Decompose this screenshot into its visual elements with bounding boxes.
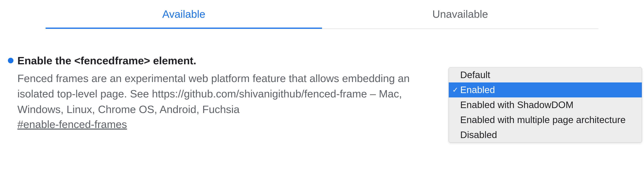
flag-dropdown-wrap: Default Enabled Enabled with ShadowDOM E… (448, 67, 642, 143)
flag-hash-link[interactable]: #enable-fenced-frames (17, 118, 127, 130)
dropdown-option-default[interactable]: Default (449, 67, 642, 82)
flag-description: Fenced frames are an experimental web pl… (17, 71, 430, 117)
flag-row: Enable the <fencedframe> element. Fenced… (8, 54, 636, 130)
modified-dot-icon (8, 58, 14, 63)
tab-available[interactable]: Available (46, 0, 322, 28)
tabs-bar: Available Unavailable (46, 0, 598, 29)
dropdown-option-disabled[interactable]: Disabled (449, 127, 642, 142)
flag-state-dropdown[interactable]: Default Enabled Enabled with ShadowDOM E… (448, 67, 642, 143)
tab-unavailable[interactable]: Unavailable (322, 0, 598, 28)
flag-title: Enable the <fencedframe> element. (17, 54, 196, 67)
dropdown-option-enabled-mpa[interactable]: Enabled with multiple page architecture (449, 112, 642, 127)
dropdown-option-enabled-shadowdom[interactable]: Enabled with ShadowDOM (449, 97, 642, 112)
flag-text-block: Enable the <fencedframe> element. Fenced… (8, 54, 430, 130)
flag-title-line: Enable the <fencedframe> element. (8, 54, 430, 67)
dropdown-option-enabled[interactable]: Enabled (449, 82, 642, 97)
